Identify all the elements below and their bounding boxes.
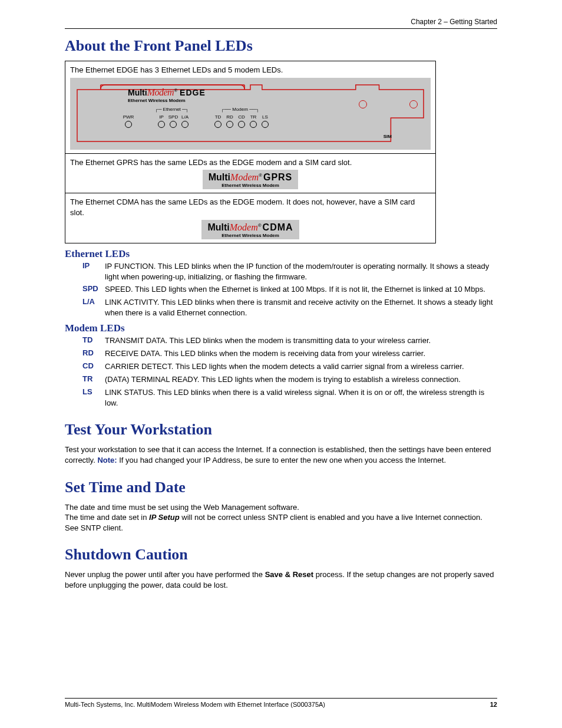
modem-led-code: LS [82,387,105,396]
modem-group-label: ┌── Modem ──┐ [221,107,259,112]
heading-test-workstation: Test Your Workstation [65,421,497,439]
test-workstation-text: Test your workstation to see that it can… [65,444,497,465]
ethernet-led-desc: SPEED. This LED lights when the Ethernet… [105,284,494,295]
ethernet-led-def-row: L/ALINK ACTIVITY. This LED blinks when t… [82,297,497,318]
ethernet-group-label: ┌─ Ethernet ─┐ [155,107,189,112]
edge-description: The Ethernet EDGE has 3 Ethernet LEDs an… [70,65,431,75]
cdma-description: The Ethernet CDMA has the same LEDs as t… [70,197,431,218]
brand-gprs-badge: MultiModem®GPRS Ethernet Wireless Modem [203,170,299,189]
heading-modem-leds: Modem LEDs [65,322,497,334]
led-label-pwr: PWR [123,114,134,120]
led-cd [238,121,245,128]
set-time-p2: The time and date set in IP Setup will n… [65,512,497,533]
brand-cdma-badge: MultiModem®CDMA Ethernet Wireless Modem [201,220,299,239]
front-panel-table: The Ethernet EDGE has 3 Ethernet LEDs an… [65,61,436,243]
modem-led-code: TD [82,335,105,344]
led-rd [226,121,233,128]
ethernet-led-def-row: SPDSPEED. This LED lights when the Ether… [82,284,497,295]
antenna-port-left [359,100,367,108]
brand-subtitle: Ethernet Wireless Modem [128,98,186,103]
modem-led-code: CD [82,361,105,370]
modem-led-code: TR [82,374,105,383]
ethernet-led-desc: IP FUNCTION. This LED blinks when the IP… [105,261,494,282]
led-label-tr: TR [250,114,257,120]
led-label-ls: LS [262,114,268,120]
modem-led-desc: LINK STATUS. This LED blinks when there … [105,387,494,408]
led-spd [170,121,177,128]
led-pwr [125,121,132,128]
gprs-description: The Ethernet GPRS has the same LEDs as t… [70,157,431,168]
ethernet-led-def-row: IPIP FUNCTION. This LED blinks when the … [82,261,497,282]
heading-shutdown: Shutdown Caution [65,546,497,564]
page-number: 12 [490,701,497,708]
ethernet-led-code: SPD [82,284,105,293]
ethernet-led-code: L/A [82,297,105,306]
modem-led-def-row: RDRECEIVE DATA. This LED blinks when the… [82,348,497,359]
chapter-header: Chapter 2 – Getting Started [65,18,497,26]
led-label-td: TD [215,114,222,120]
ethernet-led-desc: LINK ACTIVITY. This LED blinks when ther… [105,297,494,318]
led-ip [158,121,165,128]
page-footer: Multi-Tech Systems, Inc. MultiModem Wire… [65,698,497,708]
led-label-rd: RD [226,114,233,120]
modem-led-desc: TRANSMIT DATA. This LED blinks when the … [105,335,494,346]
header-rule [65,28,497,29]
modem-led-def-row: TR(DATA) TERMINAL READY. This LED lights… [82,374,497,385]
shutdown-text: Never unplug the power until after you h… [65,569,497,590]
led-tr [250,121,257,128]
led-label-la: L/A [181,114,189,120]
modem-led-def-row: TDTRANSMIT DATA. This LED blinks when th… [82,335,497,346]
led-row: PWR IP SPD L/A TD RD CD TR LS [123,114,270,128]
led-label-ip: IP [159,114,164,120]
sim-slot-label: SIM [384,134,392,139]
brand-edge: MultiModem®EDGE [128,87,206,98]
note-label: Note: [97,456,117,465]
heading-ethernet-leds: Ethernet LEDs [65,248,497,260]
modem-led-code: RD [82,348,105,357]
modem-led-desc: RECEIVE DATA. This LED blinks when the m… [105,348,494,359]
set-time-p1: The date and time must be set using the … [65,502,497,513]
antenna-port-right [409,100,418,108]
led-td [214,121,222,128]
led-ls [262,121,269,128]
modem-led-desc: (DATA) TERMINAL READY. This LED lights w… [105,374,494,385]
footer-text: Multi-Tech Systems, Inc. MultiModem Wire… [65,701,325,708]
led-label-spd: SPD [168,114,178,120]
heading-set-time: Set Time and Date [65,479,497,496]
ethernet-led-code: IP [82,261,105,270]
modem-led-def-row: CDCARRIER DETECT. This LED lights when t… [82,361,497,372]
modem-led-desc: CARRIER DETECT. This LED lights when the… [105,361,494,372]
led-label-cd: CD [238,114,245,120]
edge-diagram: MultiModem®EDGE Ethernet Wireless Modem … [70,78,431,150]
modem-led-def-row: LSLINK STATUS. This LED blinks when ther… [82,387,497,408]
ip-setup-term: IP Setup [149,513,180,522]
led-la [181,121,189,128]
heading-about-leds: About the Front Panel LEDs [65,37,497,55]
save-reset-term: Save & Reset [265,570,313,579]
